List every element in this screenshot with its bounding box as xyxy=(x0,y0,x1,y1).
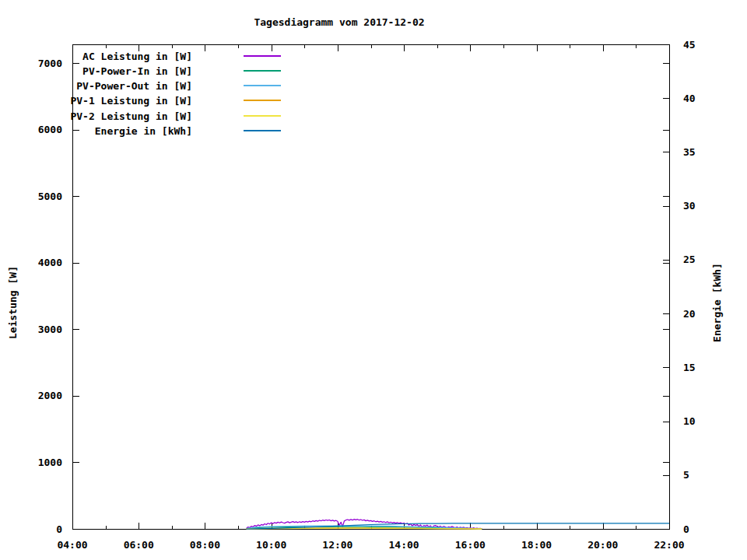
y2-tick-label: 15 xyxy=(683,362,696,373)
x-tick-label: 18:00 xyxy=(521,539,552,551)
x-tick-label: 20:00 xyxy=(587,539,618,551)
x-tick-label: 16:00 xyxy=(455,539,486,551)
y-tick-label: 2000 xyxy=(38,390,62,401)
y2-tick-label: 5 xyxy=(683,469,689,481)
axis-ticks xyxy=(73,45,670,530)
x-tick-label: 04:00 xyxy=(57,539,87,551)
y2-tick-label: 45 xyxy=(683,39,696,51)
x-tick-label: 08:00 xyxy=(190,539,220,551)
y2-tick-label: 10 xyxy=(683,415,696,427)
y-tick-label: 6000 xyxy=(38,124,62,135)
y2-tick-label: 30 xyxy=(683,200,696,212)
x-tick-label: 06:00 xyxy=(124,539,154,551)
y2-tick-label: 35 xyxy=(683,146,696,158)
y-tick-label: 3000 xyxy=(38,324,62,335)
x-tick-label: 10:00 xyxy=(256,539,286,551)
y2-tick-label: 40 xyxy=(683,93,696,104)
plot-area: 04:0006:0008:0010:0012:0014:0016:0018:00… xyxy=(0,0,747,560)
y-tick-label: 1000 xyxy=(38,457,62,468)
y-tick-label: 7000 xyxy=(38,58,62,69)
y-tick-label: 4000 xyxy=(38,257,62,268)
chart-container: Tagesdiagramm vom 2017-12-02 Leistung [W… xyxy=(0,0,747,560)
x-tick-label: 12:00 xyxy=(322,539,352,551)
y2-tick-label: 25 xyxy=(683,254,696,265)
x-tick-label: 14:00 xyxy=(389,539,419,551)
x-tick-label: 22:00 xyxy=(654,539,684,551)
y-tick-label: 5000 xyxy=(38,191,62,202)
y2-tick-label: 20 xyxy=(683,308,696,320)
plot-border xyxy=(73,45,670,530)
y2-tick-label: 0 xyxy=(683,523,689,535)
y-tick-label: 0 xyxy=(56,523,62,535)
